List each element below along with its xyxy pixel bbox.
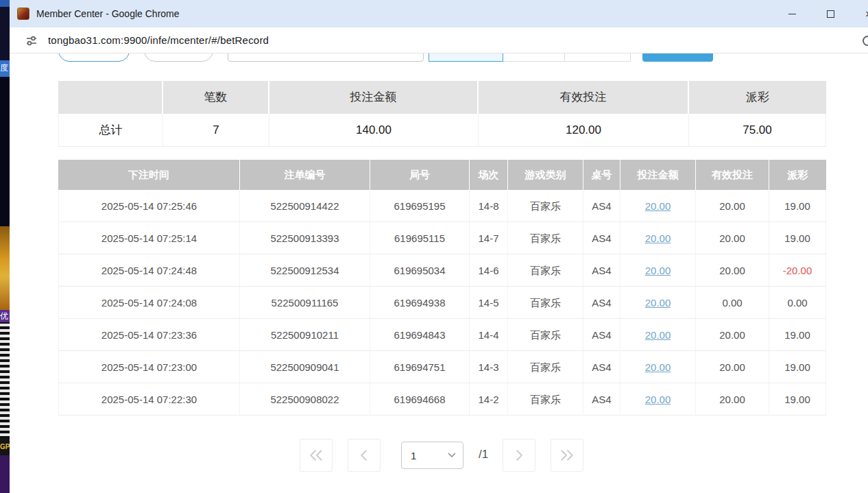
cell-amount: 20.00	[620, 222, 696, 254]
summary-table: 笔数 投注金额 有效投注 派彩 总计 7 140.00 120.00 75.00	[58, 81, 826, 147]
background-segment	[0, 455, 10, 493]
first-page-button[interactable]	[300, 439, 333, 472]
minimize-button[interactable]	[773, 0, 811, 27]
maximize-button[interactable]	[811, 0, 849, 27]
bet-amount-link[interactable]: 20.00	[645, 297, 671, 309]
background-page-strip: 度 优 GP	[0, 0, 10, 493]
summary-total-row: 总计 7 140.00 120.00 75.00	[58, 114, 826, 147]
window-title: Member Center - Google Chrome	[36, 8, 180, 19]
column-header-payout: 派彩	[769, 160, 826, 190]
search-button[interactable]	[642, 53, 713, 62]
url-text[interactable]: tongbao31.com:9900/infe/mcenter/#/betRec…	[48, 34, 269, 46]
column-header-bet-no: 注单编号	[240, 160, 370, 190]
cell-round: 619695195	[370, 190, 470, 222]
date-shortcut-group	[429, 53, 631, 62]
bet-amount-link[interactable]: 20.00	[645, 394, 671, 405]
cell-session: 14-2	[470, 383, 508, 416]
background-qr-pattern	[0, 322, 10, 439]
cell-session: 14-4	[470, 319, 508, 351]
cell-time: 2025-05-14 07:23:36	[58, 319, 240, 351]
minimize-icon	[788, 14, 796, 14]
chevron-right-icon	[503, 439, 535, 472]
cell-payout: 19.00	[769, 319, 826, 351]
cell-time: 2025-05-14 07:24:48	[58, 254, 240, 287]
double-chevron-left-icon	[300, 439, 332, 472]
cell-session: 14-3	[470, 351, 508, 383]
background-text: 优	[0, 310, 10, 322]
bet-amount-link[interactable]: 20.00	[645, 265, 671, 276]
cell-table-no: AS4	[583, 383, 620, 416]
browser-window: Member Center - Google Chrome × tongbao3…	[10, 0, 868, 493]
previous-page-button[interactable]	[348, 439, 381, 472]
column-header-time: 下注时间	[58, 160, 240, 190]
cell-time: 2025-05-14 07:24:08	[58, 287, 240, 319]
cell-game: 百家乐	[508, 319, 583, 351]
cell-time: 2025-05-14 07:25:46	[58, 190, 240, 222]
cell-payout: 19.00	[769, 383, 826, 416]
summary-header-blank	[58, 81, 163, 114]
cell-round: 619695115	[370, 222, 470, 254]
background-text: 度	[0, 60, 10, 77]
column-header-table-no: 桌号	[583, 160, 620, 190]
page-select[interactable]: 1	[401, 442, 463, 469]
cell-payout: 19.00	[769, 222, 826, 254]
cell-game: 百家乐	[508, 383, 583, 416]
date-range-input[interactable]	[228, 53, 424, 62]
bet-amount-link[interactable]: 20.00	[645, 361, 671, 373]
chevron-down-icon	[448, 453, 456, 458]
cell-game: 百家乐	[508, 254, 583, 287]
summary-total-payout: 75.00	[689, 114, 826, 147]
bet-amount-link[interactable]: 20.00	[645, 200, 671, 212]
cell-payout: 19.00	[769, 190, 826, 222]
column-header-valid: 有效投注	[696, 160, 769, 190]
cell-valid: 20.00	[696, 190, 769, 222]
cell-bet-no: 522500910211	[240, 319, 370, 351]
cell-amount: 20.00	[620, 351, 696, 383]
summary-total-amount: 140.00	[269, 114, 479, 147]
column-header-game: 游戏类别	[508, 160, 583, 190]
page-select-value: 1	[411, 450, 448, 461]
table-row: 2025-05-14 07:25:46 522500914422 6196951…	[58, 190, 826, 222]
background-text: GP	[0, 439, 10, 455]
cell-payout: 19.00	[769, 351, 826, 383]
site-settings-icon[interactable]	[25, 34, 38, 47]
background-segment	[0, 7, 10, 60]
window-titlebar: Member Center - Google Chrome ×	[10, 0, 868, 27]
bet-amount-link[interactable]: 20.00	[645, 329, 671, 341]
table-row: 2025-05-14 07:24:48 522500912534 6196950…	[58, 254, 826, 287]
summary-header-payout: 派彩	[689, 81, 826, 114]
next-page-button[interactable]	[503, 439, 535, 472]
cell-bet-no: 522500911165	[240, 287, 370, 319]
filter-button-primary[interactable]	[58, 53, 130, 62]
cell-session: 14-5	[470, 287, 508, 319]
date-shortcut-yesterday[interactable]	[503, 53, 565, 62]
table-row: 2025-05-14 07:23:36 522500910211 6196948…	[58, 319, 826, 351]
cell-round: 619694938	[370, 287, 470, 319]
table-row: 2025-05-14 07:23:00 522500909041 6196947…	[58, 351, 826, 383]
summary-total-valid: 120.00	[479, 114, 689, 147]
cell-game: 百家乐	[508, 287, 583, 319]
bet-table-header-row: 下注时间 注单编号 局号 场次 游戏类别 桌号 投注金额 有效投注 派彩	[58, 160, 826, 190]
last-page-button[interactable]	[551, 439, 583, 472]
cell-table-no: AS4	[583, 287, 620, 319]
cell-bet-no: 522500908022	[240, 383, 370, 416]
close-button[interactable]: ×	[849, 0, 868, 27]
cell-table-no: AS4	[583, 319, 620, 351]
cell-amount: 20.00	[620, 383, 696, 416]
summary-header-amount: 投注金额	[269, 81, 479, 114]
browser-profile-icon[interactable]	[863, 36, 868, 46]
cell-session: 14-6	[470, 254, 508, 287]
date-shortcut-week[interactable]	[564, 53, 631, 62]
summary-total-count: 7	[163, 114, 269, 147]
background-segment	[0, 77, 10, 226]
filter-button-secondary[interactable]	[144, 53, 213, 62]
page-content: 笔数 投注金额 有效投注 派彩 总计 7 140.00 120.00 75.00…	[10, 53, 868, 493]
cell-round: 619694843	[370, 319, 470, 351]
cell-round: 619695034	[370, 254, 470, 287]
cell-valid: 20.00	[696, 351, 769, 383]
cell-round: 619694668	[370, 383, 470, 416]
date-shortcut-today[interactable]	[429, 53, 503, 62]
cell-amount: 20.00	[620, 287, 696, 319]
cell-round: 619694751	[370, 351, 470, 383]
bet-amount-link[interactable]: 20.00	[645, 232, 671, 244]
